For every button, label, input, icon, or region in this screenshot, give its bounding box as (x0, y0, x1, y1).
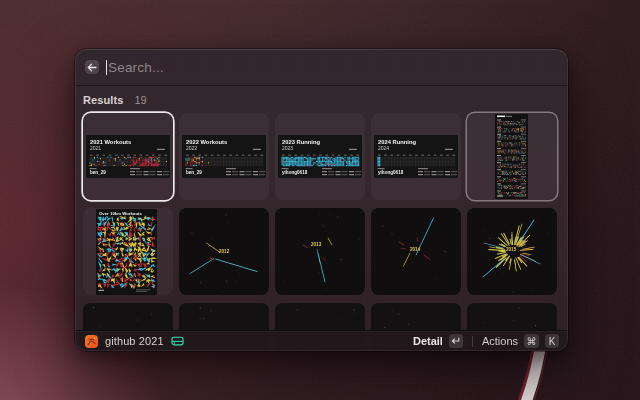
extension-icon (85, 335, 98, 348)
mosaic-poster: Over 10km Workouts (96, 209, 157, 295)
poster-athlete: ben_29 (186, 170, 202, 175)
poster-athlete: yihong0618 (378, 170, 403, 175)
workout-poster: 2024 Running2024yihong0618 (374, 135, 458, 178)
raycast-window: Search... Results 19 2021 Workouts2021be… (75, 49, 568, 351)
radial-poster: 2012 (179, 208, 269, 295)
results-grid: 2021 Workouts2021ben_292022 Workouts2022… (75, 49, 568, 351)
radial-year-label: 2013 (311, 242, 321, 247)
grid-item[interactable]: 2024 Running2024yihong0618 (371, 113, 461, 200)
poster-art (96, 209, 157, 295)
grid-item[interactable]: 2015 (467, 208, 557, 295)
radial-year-label: 2012 (219, 249, 229, 254)
poster-art (179, 303, 269, 330)
workout-poster: 2021 Workouts2021ben_29 (86, 135, 170, 178)
grid-item[interactable]: 2023 Running2023yihong0618 (275, 113, 365, 200)
poster-subtitle: 2024 (378, 145, 389, 151)
footer: github 2021 Detail Actions ⌘ K (75, 330, 568, 351)
grid-item[interactable] (467, 113, 557, 200)
return-keycap[interactable] (449, 334, 463, 348)
footer-left: github 2021 (85, 331, 184, 351)
poster-title: Over 10km Workouts (99, 211, 142, 216)
footer-right: Detail Actions ⌘ K (413, 331, 559, 351)
poster-subtitle: 2023 (282, 145, 293, 151)
poster-art (275, 208, 365, 295)
poster-athlete: ben_29 (90, 170, 106, 175)
poster-athlete: yihong0618 (282, 170, 307, 175)
poster-art (371, 303, 461, 330)
drive-icon (171, 335, 184, 347)
poster-art (83, 303, 173, 330)
k-keycap[interactable]: K (545, 334, 559, 348)
radial-year-label: 2015 (506, 247, 516, 252)
cmd-keycap[interactable]: ⌘ (524, 334, 539, 348)
grid-item[interactable]: 2012 (179, 208, 269, 295)
grid-item[interactable]: 2013 (275, 208, 365, 295)
workout-poster: 2022 Workouts2022ben_29 (182, 135, 266, 178)
poster-art (275, 303, 365, 330)
poster-title: 2021 Workouts (90, 138, 131, 145)
radial-year-label: 2014 (410, 247, 420, 252)
radial-poster: 2014 (371, 208, 461, 295)
workout-poster: 2023 Running2023yihong0618 (278, 135, 362, 178)
actions-label[interactable]: Actions (482, 335, 518, 347)
return-icon (451, 337, 460, 345)
grid-item[interactable]: Over 10km Workouts (83, 208, 173, 295)
poster-art (495, 114, 528, 199)
footer-separator (472, 336, 473, 347)
poster-title: 2024 Running (378, 138, 416, 145)
poster-subtitle: 2021 (90, 145, 101, 151)
extension-name: github 2021 (105, 335, 164, 347)
poster-art (467, 303, 557, 330)
grid-item[interactable]: 2021 Workouts2021ben_29 (83, 113, 173, 200)
multiyear-poster (495, 114, 528, 199)
radial-poster: 2013 (275, 208, 365, 295)
detail-action-label[interactable]: Detail (413, 335, 443, 347)
radial-poster: 2015 (467, 208, 557, 295)
poster-subtitle: 2022 (186, 145, 197, 151)
poster-title: 2023 Running (282, 138, 320, 145)
grid-item[interactable]: 2022 Workouts2022ben_29 (179, 113, 269, 200)
poster-title: 2022 Workouts (186, 138, 227, 145)
grid-item[interactable]: 2014 (371, 208, 461, 295)
